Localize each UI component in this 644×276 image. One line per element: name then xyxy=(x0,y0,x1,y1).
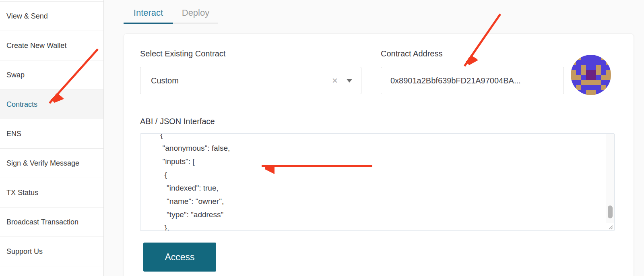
identicon-cell xyxy=(591,65,596,70)
identicon-cell xyxy=(571,90,576,95)
identicon-cell xyxy=(596,65,601,70)
identicon-cell xyxy=(601,85,606,90)
identicon-cell xyxy=(606,85,611,90)
abi-label: ABI / JSON Interface xyxy=(140,117,215,126)
identicon-cell xyxy=(601,80,606,85)
contract-address-value: 0x8901a2Bbf639bFD21A97004BA... xyxy=(390,76,521,85)
identicon-cell xyxy=(586,85,591,90)
sidebar-item-sign-verify-message[interactable]: Sign & Verify Message xyxy=(0,148,103,178)
tab-interact[interactable]: Interact xyxy=(124,3,173,24)
identicon-cell xyxy=(571,80,576,85)
identicon-cell xyxy=(586,75,591,80)
identicon-cell xyxy=(576,80,581,85)
identicon-cell xyxy=(601,70,606,75)
identicon-cell xyxy=(571,70,576,75)
identicon-cell xyxy=(581,80,586,85)
identicon-cell xyxy=(596,90,601,95)
identicon-cell xyxy=(576,55,581,60)
identicon-cell xyxy=(581,55,586,60)
identicon-cell xyxy=(576,70,581,75)
resize-handle-icon[interactable] xyxy=(606,223,614,230)
abi-json-textarea[interactable]: { "anonymous": false, "inputs": [ { "ind… xyxy=(140,133,615,231)
address-identicon-avatar xyxy=(571,55,611,95)
identicon-cell xyxy=(581,70,586,75)
identicon-cell xyxy=(581,60,586,65)
textarea-scrollbar[interactable] xyxy=(606,134,614,223)
identicon-cell xyxy=(586,55,591,60)
identicon-cell xyxy=(606,75,611,80)
identicon-cell xyxy=(571,65,576,70)
identicon-cell xyxy=(601,65,606,70)
sidebar-divider xyxy=(0,266,103,266)
tab-bar: Interact Deploy xyxy=(124,3,218,24)
identicon-cell xyxy=(581,75,586,80)
identicon-cell xyxy=(586,60,591,65)
scrollbar-thumb[interactable] xyxy=(608,205,613,218)
sidebar-item-create-new-wallet[interactable]: Create New Wallet xyxy=(0,31,103,60)
identicon-cell xyxy=(591,70,596,75)
identicon-cell xyxy=(591,90,596,95)
access-button[interactable]: Access xyxy=(143,243,216,272)
identicon-cell xyxy=(606,60,611,65)
sidebar-item-tx-status[interactable]: TX Status xyxy=(0,178,103,207)
identicon-cell xyxy=(591,55,596,60)
identicon-cell xyxy=(576,85,581,90)
identicon-cell xyxy=(576,75,581,80)
contract-address-input[interactable]: 0x8901a2Bbf639bFD21A97004BA... xyxy=(381,67,564,94)
existing-contract-select[interactable]: Custom × xyxy=(140,67,361,94)
identicon-cell xyxy=(606,90,611,95)
identicon-cell xyxy=(586,90,591,95)
sidebar-item-broadcast-transaction[interactable]: Broadcast Transaction xyxy=(0,207,103,237)
identicon-cell xyxy=(576,90,581,95)
identicon-cell xyxy=(576,60,581,65)
identicon-cell xyxy=(601,90,606,95)
identicon-cell xyxy=(596,80,601,85)
selected-contract-value: Custom xyxy=(151,76,332,85)
contract-address-label: Contract Address xyxy=(381,49,442,58)
tab-deploy[interactable]: Deploy xyxy=(173,3,218,24)
identicon-cell xyxy=(596,75,601,80)
identicon-cell xyxy=(596,55,601,60)
identicon-cell xyxy=(586,65,591,70)
identicon-cell xyxy=(596,60,601,65)
identicon-cell xyxy=(601,60,606,65)
identicon-cell xyxy=(571,60,576,65)
identicon-cell xyxy=(596,85,601,90)
sidebar-item-support-us[interactable]: Support Us xyxy=(0,237,103,266)
sidebar-item-ens[interactable]: ENS xyxy=(0,119,103,148)
identicon-cell xyxy=(571,75,576,80)
identicon-cell xyxy=(601,75,606,80)
sidebar-item-swap[interactable]: Swap xyxy=(0,60,103,89)
identicon-cell xyxy=(591,85,596,90)
identicon-cell xyxy=(591,75,596,80)
contract-interact-card: Select Existing Contract Custom × Contra… xyxy=(124,33,634,276)
identicon-cell xyxy=(581,65,586,70)
identicon-cell xyxy=(586,70,591,75)
identicon-cell xyxy=(576,65,581,70)
sidebar-item-contracts[interactable]: Contracts xyxy=(0,89,103,119)
identicon-cell xyxy=(596,70,601,75)
chevron-down-icon[interactable] xyxy=(347,79,352,83)
identicon-cell xyxy=(606,65,611,70)
identicon-cell xyxy=(581,85,586,90)
identicon-cell xyxy=(606,70,611,75)
abi-json-content: { "anonymous": false, "inputs": [ { "ind… xyxy=(140,133,605,231)
sidebar-nav: View & SendCreate New WalletSwapContract… xyxy=(0,0,104,276)
identicon-cell xyxy=(586,80,591,85)
identicon-cell xyxy=(571,85,576,90)
identicon-cell xyxy=(581,90,586,95)
identicon-cell xyxy=(591,60,596,65)
identicon-cell xyxy=(606,55,611,60)
identicon-cell xyxy=(606,80,611,85)
identicon-cell xyxy=(601,55,606,60)
identicon-cell xyxy=(591,80,596,85)
sidebar-item-view-send[interactable]: View & Send xyxy=(0,1,103,31)
identicon-cell xyxy=(571,55,576,60)
clear-selection-icon[interactable]: × xyxy=(332,76,338,85)
select-contract-label: Select Existing Contract xyxy=(140,49,225,58)
